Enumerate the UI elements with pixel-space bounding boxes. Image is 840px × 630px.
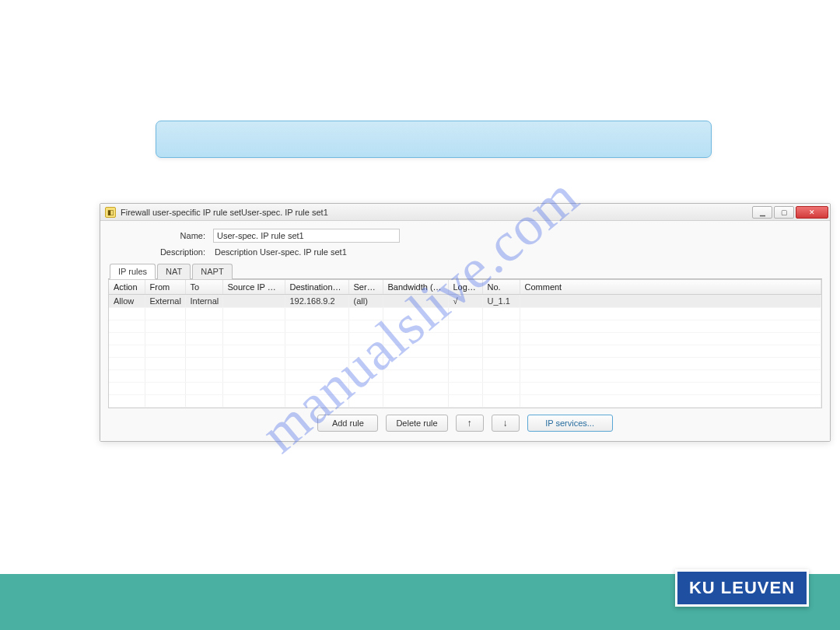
cell-action: Allow: [109, 295, 145, 308]
rules-table-body: Allow External Internal 192.168.9.2 (all…: [109, 295, 821, 408]
description-value: Description User-spec. IP rule set1: [213, 247, 347, 257]
col-to[interactable]: To: [185, 280, 222, 295]
window-body: Name: Description: Description User-spec…: [100, 221, 830, 441]
maximize-button[interactable]: ▢: [774, 206, 794, 219]
minimize-button[interactable]: ▁: [752, 206, 772, 219]
col-loggi[interactable]: Loggi...: [448, 280, 482, 295]
ku-leuven-logo: KU LEUVEN: [675, 569, 809, 607]
col-source-ip[interactable]: Source IP ad...: [222, 280, 285, 295]
table-row: [109, 395, 821, 408]
table-row: [109, 383, 821, 395]
cell-comment: [520, 295, 821, 308]
col-servi[interactable]: Servi...: [348, 280, 383, 295]
arrow-up-icon: ↑: [467, 418, 472, 428]
window-buttons: ▁ ▢ ✕: [752, 206, 828, 219]
table-row: [109, 345, 821, 358]
description-label: Description:: [108, 247, 213, 257]
cell-no: U_1.1: [482, 295, 520, 308]
cell-from: External: [145, 295, 185, 308]
name-label: Name:: [108, 231, 213, 240]
add-rule-button[interactable]: Add rule: [317, 415, 378, 432]
cell-servi: (all): [348, 295, 383, 308]
table-row: [109, 333, 821, 345]
table-header-row: Action From To Source IP ad... Destinati…: [109, 280, 821, 295]
table-row: [109, 370, 821, 383]
rules-table: Action From To Source IP ad... Destinati…: [109, 280, 821, 408]
cell-to: Internal: [185, 295, 222, 308]
col-bandwidth[interactable]: Bandwidth (M...: [383, 280, 448, 295]
cell-loggi: √: [448, 295, 482, 308]
cell-bandwidth: [383, 295, 448, 308]
table-row: [109, 358, 821, 370]
app-icon: ◧: [105, 207, 116, 218]
table-row[interactable]: Allow External Internal 192.168.9.2 (all…: [109, 295, 821, 308]
tab-napt[interactable]: NAPT: [192, 264, 232, 279]
name-field[interactable]: [213, 229, 400, 243]
tab-ip-rules[interactable]: IP rules: [110, 264, 156, 279]
delete-rule-button[interactable]: Delete rule: [386, 415, 447, 432]
tab-bar: IP rules NAT NAPT: [108, 263, 822, 279]
close-button[interactable]: ✕: [796, 206, 828, 219]
col-action[interactable]: Action: [109, 280, 145, 295]
titlebar[interactable]: ◧ Firewall user-specific IP rule setUser…: [100, 204, 830, 221]
move-up-button[interactable]: ↑: [456, 415, 484, 432]
col-comment[interactable]: Comment: [520, 280, 821, 295]
move-down-button[interactable]: ↓: [492, 415, 520, 432]
ip-services-button[interactable]: IP services...: [527, 415, 613, 432]
table-row: [109, 320, 821, 333]
table-row: [109, 308, 821, 320]
rules-table-wrap: Action From To Source IP ad... Destinati…: [108, 279, 822, 408]
cell-dest-ip: 192.168.9.2: [285, 295, 348, 308]
callout-box: [156, 121, 712, 158]
col-no[interactable]: No.: [482, 280, 520, 295]
window-title: Firewall user-specific IP rule setUser-s…: [121, 208, 752, 217]
col-dest-ip[interactable]: Destination I...: [285, 280, 348, 295]
tab-nat[interactable]: NAT: [157, 264, 191, 279]
cell-source-ip: [222, 295, 285, 308]
button-row: Add rule Delete rule ↑ ↓ IP services...: [108, 408, 822, 435]
description-row: Description: Description User-spec. IP r…: [108, 247, 822, 257]
arrow-down-icon: ↓: [503, 418, 508, 428]
name-row: Name:: [108, 229, 822, 243]
col-from[interactable]: From: [145, 280, 185, 295]
firewall-rule-window: ◧ Firewall user-specific IP rule setUser…: [100, 203, 831, 442]
